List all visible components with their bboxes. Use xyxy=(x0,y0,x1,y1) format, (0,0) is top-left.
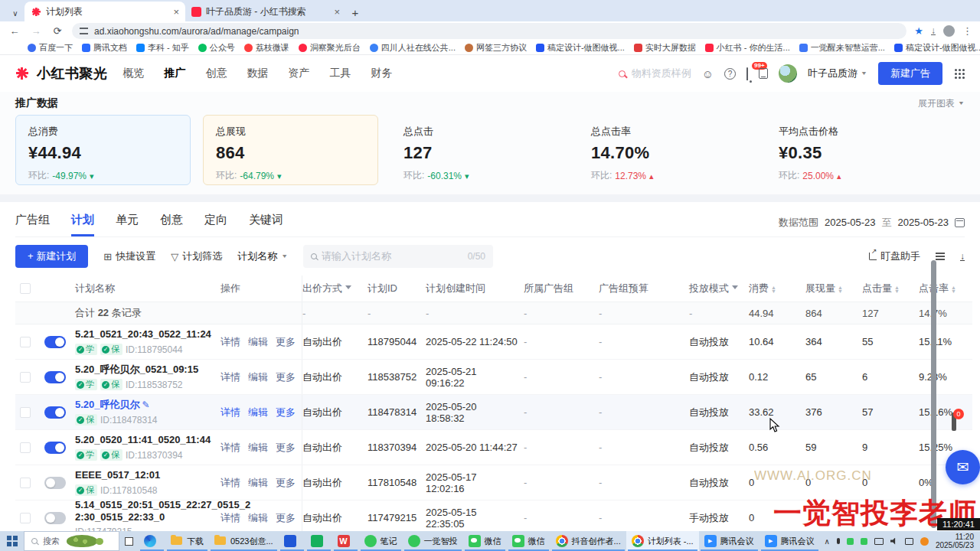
taskbar-app-green[interactable] xyxy=(305,531,332,551)
start-button[interactable] xyxy=(0,531,24,551)
nav-overview[interactable]: 概览 xyxy=(123,67,145,80)
taskbar-app-edge[interactable] xyxy=(139,531,165,551)
nav-data[interactable]: 数据 xyxy=(247,67,269,80)
stat-card-clicks[interactable]: 总点击 127 环比:-60.31% xyxy=(390,115,566,185)
app-logo[interactable]: 小红书聚光 xyxy=(14,64,108,83)
bookmark-item[interactable]: 网签三方协议 xyxy=(465,42,527,54)
select-all-checkbox[interactable] xyxy=(15,283,41,294)
col-delivery-mode[interactable]: 投放模式 xyxy=(689,282,749,295)
detail-link[interactable]: 详情 xyxy=(220,511,240,525)
tab-unit[interactable]: 单元 xyxy=(116,208,139,236)
customer-support-button[interactable]: 0 xyxy=(952,415,956,426)
row-checkbox[interactable] xyxy=(15,442,41,453)
export-download-icon[interactable]: ↓ xyxy=(960,253,965,261)
more-link[interactable]: 更多 xyxy=(276,441,296,455)
more-link[interactable]: 更多 xyxy=(276,370,296,384)
new-plan-button[interactable]: + 新建计划 xyxy=(15,245,88,268)
plan-filter-button[interactable]: ▽计划筛选 xyxy=(171,249,222,263)
tab-targeting[interactable]: 定向 xyxy=(204,208,227,236)
taskbar-app-chrome-douyin[interactable]: 抖音创作者... xyxy=(550,531,626,551)
nav-finance[interactable]: 财务 xyxy=(371,67,393,80)
taskbar-app-tencent-meeting[interactable]: ▶腾讯会议 xyxy=(760,531,820,551)
tab-close-icon[interactable]: × xyxy=(334,6,340,18)
edit-link[interactable]: 编辑 xyxy=(248,370,268,384)
taskbar-clock[interactable]: 11:20 2025/05/23 xyxy=(936,533,975,549)
sort-icon[interactable]: ▲▼ xyxy=(894,285,900,293)
forward-icon[interactable]: → xyxy=(29,25,43,37)
date-start[interactable]: 2025-05-23 xyxy=(825,217,876,228)
detail-link[interactable]: 详情 xyxy=(220,335,240,349)
table-scrollbar[interactable] xyxy=(931,260,936,528)
device-icon[interactable] xyxy=(759,68,768,79)
plan-status-toggle[interactable] xyxy=(44,442,66,454)
sort-icon[interactable]: ▲▼ xyxy=(838,285,843,293)
taskbar-app-wps[interactable]: W xyxy=(332,531,359,551)
taskbar-app-tencent-meeting[interactable]: ▶腾讯会议 xyxy=(699,531,760,551)
apps-menu-icon[interactable] xyxy=(955,69,957,71)
detail-link[interactable]: 详情 xyxy=(220,476,240,490)
nav-promotion[interactable]: 推广 xyxy=(165,67,186,80)
bookmark-item[interactable]: 四川人社在线公共... xyxy=(370,42,456,54)
network-icon[interactable] xyxy=(874,538,884,545)
column-settings-icon[interactable] xyxy=(936,253,945,254)
nav-creative[interactable]: 创意 xyxy=(206,67,227,80)
col-bid-method[interactable]: 出价方式 xyxy=(302,282,368,295)
tab-keywords[interactable]: 关键词 xyxy=(249,208,283,236)
filter-funnel-icon[interactable] xyxy=(732,285,738,292)
edit-link[interactable]: 编辑 xyxy=(248,511,268,525)
row-checkbox[interactable] xyxy=(15,513,41,523)
tray-app-icon[interactable] xyxy=(920,537,929,546)
filter-funnel-icon[interactable] xyxy=(345,285,351,292)
bookmark-item[interactable]: 一觉醒来智慧运营... xyxy=(799,42,885,54)
quick-settings-button[interactable]: ⊞快捷设置 xyxy=(103,249,155,263)
edit-link[interactable]: 编辑 xyxy=(248,441,268,455)
expand-chart-button[interactable]: 展开图表▼ xyxy=(918,97,965,110)
row-checkbox[interactable] xyxy=(15,478,41,488)
account-switcher[interactable]: 叶子品质游 ▼ xyxy=(808,67,867,80)
detail-link[interactable]: 详情 xyxy=(220,370,240,384)
stat-card-avg-cpc[interactable]: 平均点击价格 ¥0.35 环比:25.00% xyxy=(766,115,941,185)
bookmark-item[interactable]: 实时大屏数据 xyxy=(634,42,696,54)
search-field-select[interactable]: 计划名称▼ xyxy=(237,249,288,263)
taskbar-search-input[interactable]: 搜索 xyxy=(24,531,119,551)
bookmark-item[interactable]: 百度一下 xyxy=(28,42,73,54)
nav-tools[interactable]: 工具 xyxy=(330,67,351,80)
tab-plan[interactable]: 计划 xyxy=(71,208,94,236)
plan-status-toggle[interactable] xyxy=(44,371,66,383)
col-clicks[interactable]: 点击量▲▼ xyxy=(862,282,919,295)
bookmark-item[interactable]: 稿定设计-做图做视... xyxy=(536,42,625,54)
device-tray-icon[interactable] xyxy=(905,538,913,545)
tray-app-icon[interactable] xyxy=(861,538,867,545)
detail-link[interactable]: 详情 xyxy=(220,406,240,419)
refresh-icon[interactable]: ⟳ xyxy=(51,25,64,37)
new-tab-button[interactable]: + xyxy=(346,3,364,21)
speaker-icon[interactable] xyxy=(890,538,898,545)
nav-assets[interactable]: 资产 xyxy=(289,67,310,80)
browser-tab[interactable]: 叶子品质游 - 小红书搜索 × xyxy=(185,2,346,21)
microphone-icon[interactable] xyxy=(837,538,840,544)
taskbar-app-yijue[interactable]: 一觉智投 xyxy=(403,531,463,551)
edit-link[interactable]: 编辑 xyxy=(248,335,268,349)
detail-link[interactable]: 详情 xyxy=(220,441,240,455)
calendar-icon[interactable] xyxy=(955,218,965,227)
row-checkbox[interactable] xyxy=(15,337,41,347)
col-cost[interactable]: 消费▲▼ xyxy=(749,282,805,295)
taskbar-app-wechat[interactable]: 微信 xyxy=(507,531,550,551)
download-icon[interactable]: ↓ xyxy=(931,27,936,35)
tab-search-caret-icon[interactable]: ∨ xyxy=(6,5,24,21)
site-settings-icon[interactable] xyxy=(80,28,88,34)
tab-close-icon[interactable]: × xyxy=(173,6,179,18)
more-link[interactable]: 更多 xyxy=(276,476,296,490)
task-view-button[interactable] xyxy=(119,531,139,551)
tab-creative[interactable]: 创意 xyxy=(160,208,183,236)
monitor-assistant-button[interactable]: 盯盘助手 xyxy=(869,249,920,263)
taskbar-app-folder[interactable]: 0523创意... xyxy=(209,531,279,551)
notifications-button[interactable]: 99+ xyxy=(746,68,748,80)
stat-card-total-cost[interactable]: 总消费 ¥44.94 环比:-49.97% xyxy=(15,115,191,185)
edit-link[interactable]: 编辑 xyxy=(248,476,268,490)
message-fab-button[interactable]: ✉ xyxy=(946,450,980,484)
bookmark-item[interactable]: 腾讯文档 xyxy=(82,42,127,54)
plan-status-toggle[interactable] xyxy=(44,477,66,489)
taskbar-app-chrome-plan-list[interactable]: 计划列表 -... xyxy=(626,531,699,551)
feedback-smiley-icon[interactable]: ☺ xyxy=(702,67,714,80)
